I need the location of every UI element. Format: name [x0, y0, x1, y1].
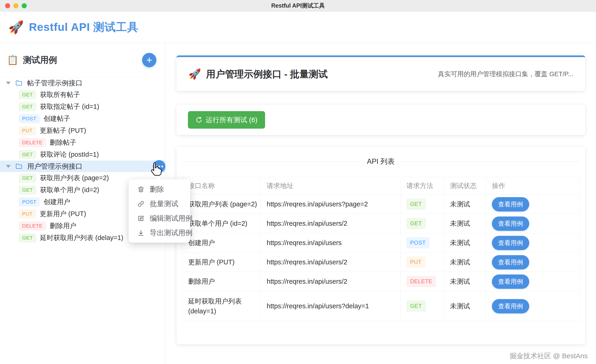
- method-badge: GET: [19, 102, 36, 111]
- page-title: 🚀 用户管理示例接口 - 批量测试: [188, 68, 328, 80]
- method-badge: PUT: [19, 126, 36, 135]
- folder-context-menu: 删除 批量测试 编辑测试用例 导出测试用例: [128, 179, 190, 243]
- sidebar-folder-posts[interactable]: 帖子管理示例接口: [0, 77, 165, 89]
- batch-test-header-card: 🚀 用户管理示例接口 - 批量测试 真实可用的用户管理模拟接口集，覆盖 GET/…: [176, 55, 585, 91]
- rocket-icon: 🚀: [8, 21, 24, 33]
- refresh-icon: [195, 116, 202, 123]
- window-title: Restful API测试工具: [271, 2, 325, 9]
- status-text: 未测试: [444, 272, 486, 291]
- cell-url: https://reqres.in/api/users/2: [261, 214, 401, 233]
- table-row: 创建用户 https://reqres.in/api/users POST 未测…: [182, 233, 580, 253]
- method-badge: DELETE: [406, 276, 436, 287]
- menu-item-export-test-case[interactable]: 导出测试用例: [128, 226, 190, 240]
- method-badge: DELETE: [19, 222, 46, 230]
- edit-icon: [137, 215, 145, 222]
- more-icon: [156, 166, 157, 167]
- cell-url: https://reqres.in/api/users/2: [261, 272, 401, 291]
- status-text: 未测试: [444, 214, 486, 233]
- menu-item-batch-test[interactable]: 批量测试: [128, 197, 190, 211]
- menu-item-delete[interactable]: 删除: [128, 182, 190, 197]
- menu-item-edit-test-case[interactable]: 编辑测试用例: [128, 211, 190, 226]
- method-badge: POST: [19, 198, 40, 206]
- folder-icon: [15, 79, 23, 87]
- item-label: 创建用户: [44, 197, 70, 207]
- minimize-button[interactable]: [13, 3, 18, 8]
- view-case-button[interactable]: 查看用例: [492, 299, 529, 313]
- page-subtitle: 真实可用的用户管理模拟接口集，覆盖 GET/P...: [438, 70, 573, 79]
- cell-url: https://reqres.in/api/users?delay=1: [261, 291, 401, 321]
- table-header-row: 接口名称 请求地址 请求方法 测试状态 操作: [182, 177, 580, 195]
- item-label: 获取所有帖子: [40, 90, 80, 99]
- col-header-status: 测试状态: [444, 177, 486, 195]
- item-label: 更新用户 (PUT): [40, 209, 86, 218]
- add-test-case-button[interactable]: +: [142, 53, 156, 67]
- method-badge: POST: [406, 237, 429, 248]
- col-header-url: 请求地址: [261, 177, 401, 195]
- method-badge: GET: [19, 174, 36, 182]
- run-all-tests-button[interactable]: 运行所有测试 (6): [188, 111, 265, 129]
- status-text: 未测试: [444, 233, 486, 253]
- sidebar-item[interactable]: POST创建帖子: [0, 113, 165, 125]
- main-panel: 🚀 用户管理示例接口 - 批量测试 真实可用的用户管理模拟接口集，覆盖 GET/…: [165, 43, 596, 364]
- fullscreen-button[interactable]: [22, 3, 27, 8]
- method-badge: GET: [19, 186, 36, 194]
- sidebar-title: 测试用例: [23, 54, 57, 66]
- status-text: 未测试: [444, 291, 486, 321]
- api-list-title: API 列表: [182, 157, 580, 166]
- sidebar-item[interactable]: PUT更新帖子 (PUT): [0, 125, 165, 137]
- item-label: 获取单个用户 (id=2): [40, 185, 99, 195]
- app-header: 🚀 Restful API 测试工具: [0, 12, 596, 43]
- traffic-lights: [5, 3, 27, 8]
- col-header-method: 请求方法: [401, 177, 444, 195]
- status-text: 未测试: [444, 253, 486, 272]
- item-label: 获取用户列表 (page=2): [40, 174, 109, 183]
- col-header-name: 接口名称: [182, 177, 261, 195]
- method-badge: POST: [19, 114, 40, 123]
- item-label: 创建帖子: [44, 114, 70, 123]
- trash-icon: [137, 186, 145, 193]
- method-badge: GET: [19, 150, 36, 159]
- cell-name: 更新用户 (PUT): [182, 253, 261, 272]
- caret-down-icon[interactable]: [6, 165, 11, 168]
- col-header-action: 操作: [486, 177, 580, 195]
- sidebar-item[interactable]: GET获取所有帖子: [0, 89, 165, 101]
- download-icon: [137, 229, 145, 237]
- method-badge: PUT: [406, 257, 425, 267]
- method-badge: GET: [19, 90, 36, 99]
- item-label: 更新帖子 (PUT): [40, 126, 86, 135]
- sidebar-item[interactable]: GET获取指定帖子 (id=1): [0, 101, 165, 113]
- view-case-button[interactable]: 查看用例: [492, 275, 529, 289]
- view-case-button[interactable]: 查看用例: [492, 255, 529, 269]
- item-label: 延时获取用户列表 (delay=1): [40, 233, 123, 242]
- view-case-button[interactable]: 查看用例: [492, 217, 529, 231]
- link-icon: [137, 200, 145, 208]
- run-tests-card: 运行所有测试 (6): [176, 105, 585, 135]
- cell-url: https://reqres.in/api/users: [261, 233, 401, 253]
- table-row: 获取单个用户 (id=2) https://reqres.in/api/user…: [182, 214, 580, 233]
- method-badge: DELETE: [19, 138, 46, 147]
- folder-more-actions-button[interactable]: [153, 160, 165, 173]
- api-list-card: API 列表 接口名称 请求地址 请求方法 测试状态 操作 获取用户列: [176, 146, 585, 344]
- folder-icon: [15, 163, 23, 170]
- api-table: 接口名称 请求地址 请求方法 测试状态 操作 获取用户列表 (page=2) h…: [182, 177, 580, 321]
- sidebar-item[interactable]: GET获取评论 (postId=1): [0, 149, 165, 160]
- rocket-icon: 🚀: [188, 68, 201, 80]
- view-case-button[interactable]: 查看用例: [492, 236, 529, 250]
- titlebar: Restful API测试工具: [0, 0, 596, 12]
- plus-icon: +: [146, 54, 152, 66]
- item-label: 获取评论 (postId=1): [40, 150, 99, 159]
- close-button[interactable]: [5, 3, 10, 8]
- item-label: 删除帖子: [50, 138, 76, 147]
- view-case-button[interactable]: 查看用例: [492, 197, 529, 211]
- table-row: 删除用户 https://reqres.in/api/users/2 DELET…: [182, 272, 580, 291]
- cell-name: 获取用户列表 (page=2): [182, 195, 261, 214]
- method-badge: GET: [19, 233, 36, 242]
- sidebar-item[interactable]: DELETE删除帖子: [0, 137, 165, 149]
- cell-name: 删除用户: [182, 272, 261, 291]
- method-badge: GET: [406, 199, 425, 209]
- table-row: 获取用户列表 (page=2) https://reqres.in/api/us…: [182, 195, 580, 214]
- sidebar-folder-users-selected[interactable]: 用户管理示例接口: [0, 160, 165, 172]
- item-label: 删除用户: [50, 221, 76, 231]
- caret-down-icon[interactable]: [6, 82, 11, 84]
- status-text: 未测试: [444, 195, 486, 214]
